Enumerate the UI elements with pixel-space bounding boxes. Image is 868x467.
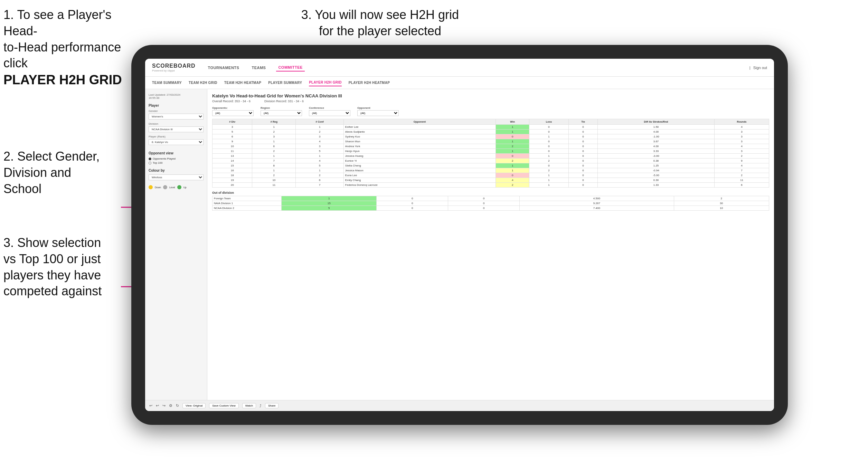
tablet-screen: SCOREBOARD Powered by clippd TOURNAMENTS… [145, 59, 774, 411]
cell-rounds: 6 [714, 183, 769, 188]
player-rank-select[interactable]: 8. Katelyn Vo [149, 139, 204, 145]
cell-tie: 0 [568, 168, 597, 173]
sub-nav-team-heatmap[interactable]: TEAM H2H HEATMAP [224, 79, 261, 86]
filter-opponents: Opponents: (All) [212, 106, 254, 116]
cell-diff: 1.50 [598, 125, 715, 130]
undo2-icon[interactable]: ↪ [162, 403, 166, 408]
cell-reg: 2 [252, 173, 296, 178]
cell-tie: 0 [568, 183, 597, 188]
nav-teams[interactable]: TEAMS [249, 64, 268, 71]
col-opponent: Opponent [343, 119, 496, 125]
sub-nav-player-heatmap[interactable]: PLAYER H2H HEATMAP [349, 79, 390, 86]
cell-win: 1 [282, 196, 377, 201]
cell-reg: 8 [252, 163, 296, 168]
colour-label-up: Up [183, 186, 187, 189]
radio-dot-opponents [149, 158, 151, 160]
filter-conference-label: Conference [309, 106, 350, 109]
out-of-division-title: Out of division [212, 191, 769, 194]
cell-tie: 0 [448, 196, 520, 201]
nav-bar: SCOREBOARD Powered by clippd TOURNAMENTS… [145, 59, 774, 77]
cell-div: 10 [213, 144, 252, 149]
cell-rounds: 4 [714, 144, 769, 149]
out-div-row: Foreign Team 1 0 0 4.500 2 [213, 196, 769, 201]
cell-tie: 0 [568, 130, 597, 134]
out-div-row: NAIA Division 1 15 0 0 9.267 30 [213, 201, 769, 206]
share-icon[interactable]: ⤴ [260, 404, 262, 408]
sub-nav: TEAM SUMMARY TEAM H2H GRID TEAM H2H HEAT… [145, 77, 774, 89]
instruction-top-left: 1. To see a Player's Head- to-Head perfo… [3, 7, 135, 89]
cell-opponent: Emily Chang [343, 178, 496, 183]
sub-nav-team-h2h-grid[interactable]: TEAM H2H GRID [189, 79, 217, 86]
bottom-toolbar: ↩ ↩ ↪ ⚙ ↻ View: Original Save Custom Vie… [145, 400, 774, 411]
cell-loss: 0 [529, 139, 569, 144]
cell-diff: 4.00 [598, 130, 715, 134]
filter-opponents-select[interactable]: (All) [212, 110, 254, 116]
cell-opponent: Sharon Mun [343, 139, 496, 144]
radio-top100[interactable]: Top 100 [149, 161, 204, 164]
cell-win: 2 [496, 144, 529, 149]
cell-rounds: 3 [714, 149, 769, 154]
colour-dot-level [163, 185, 167, 189]
cell-diff: -0.94 [598, 168, 715, 173]
cell-reg: 6 [252, 144, 296, 149]
cell-win: 0 [496, 173, 529, 178]
refresh-icon[interactable]: ↻ [176, 403, 179, 408]
settings-icon[interactable]: ⚙ [169, 403, 172, 408]
radio-opponents-played[interactable]: Opponents Played [149, 157, 204, 160]
filter-row: Opponents: (All) Region (All) Conference [212, 106, 769, 116]
sub-nav-team-summary[interactable]: TEAM SUMMARY [152, 79, 182, 86]
cell-conf: 5 [296, 163, 343, 168]
cell-div: 18 [213, 173, 252, 178]
share-btn[interactable]: Share [265, 403, 279, 408]
cell-win: 1 [496, 130, 529, 134]
cell-reg: 7 [252, 159, 296, 163]
colour-by-section: Colour by Win/loss Down Level Up [149, 169, 204, 189]
cell-div: 11 [213, 149, 252, 154]
division-select[interactable]: NCAA Division III [149, 126, 204, 132]
cell-win: 1 [496, 125, 529, 130]
colour-by-title: Colour by [149, 169, 204, 172]
sign-out-link[interactable]: Sign out [753, 66, 767, 70]
colour-by-select[interactable]: Win/loss [149, 174, 204, 180]
col-diff: Diff Av Strokes/Rnd [598, 119, 715, 125]
sub-nav-player-h2h-grid[interactable]: PLAYER H2H GRID [309, 79, 342, 86]
cell-reg: 10 [252, 178, 296, 183]
cell-tie: 0 [568, 125, 597, 130]
cell-rounds: 30 [674, 201, 769, 206]
undo-icon[interactable]: ↩ [149, 403, 152, 408]
cell-opponent: Esther Lee [343, 125, 496, 130]
cell-opponent: NCAA Division 2 [213, 206, 282, 211]
filter-region-select[interactable]: (All) [261, 110, 302, 116]
col-rounds: Rounds [714, 119, 769, 125]
main-data-table: # Div # Reg # Conf Opponent Win Loss Tie… [212, 119, 769, 188]
grid-title: Katelyn Vo Head-to-Head Grid for Women's… [212, 93, 769, 98]
logo-area: SCOREBOARD Powered by clippd [152, 63, 196, 72]
col-loss: Loss [529, 119, 569, 125]
col-conf: # Conf [296, 119, 343, 125]
cell-win: 1 [496, 168, 529, 173]
cell-rounds: 10 [674, 206, 769, 211]
table-row: 13 1 1 Jessica Huang 0 1 0 -3.00 2 [213, 154, 769, 159]
cell-opponent: Alexis Sudjianto [343, 130, 496, 134]
gender-select[interactable]: Women's [149, 114, 204, 120]
sub-nav-player-summary[interactable]: PLAYER SUMMARY [268, 79, 302, 86]
opponent-view-title: Opponent view [149, 151, 204, 155]
redo-icon[interactable]: ↩ [156, 403, 159, 408]
cell-div: 9 [213, 139, 252, 144]
cell-loss: 0 [529, 125, 569, 130]
cell-diff: -3.00 [598, 154, 715, 159]
instruction-line2: to-Head performance click [3, 40, 121, 70]
save-custom-btn[interactable]: Save Custom View [209, 403, 238, 408]
cell-reg: 3 [252, 134, 296, 139]
view-original-btn[interactable]: View: Original [182, 403, 206, 408]
filter-conference-select[interactable]: (All) [309, 110, 350, 116]
colour-label-level: Level [169, 186, 175, 189]
col-reg: # Reg [252, 119, 296, 125]
cell-win: 2 [496, 183, 529, 188]
filter-opponent-select[interactable]: (All) [357, 110, 399, 116]
cell-diff: 1.25 [598, 163, 715, 168]
nav-tournaments[interactable]: TOURNAMENTS [206, 64, 242, 71]
nav-committee[interactable]: COMMITTEE [276, 64, 305, 72]
watch-btn[interactable]: Watch [242, 403, 256, 408]
cell-loss: 0 [377, 206, 448, 211]
